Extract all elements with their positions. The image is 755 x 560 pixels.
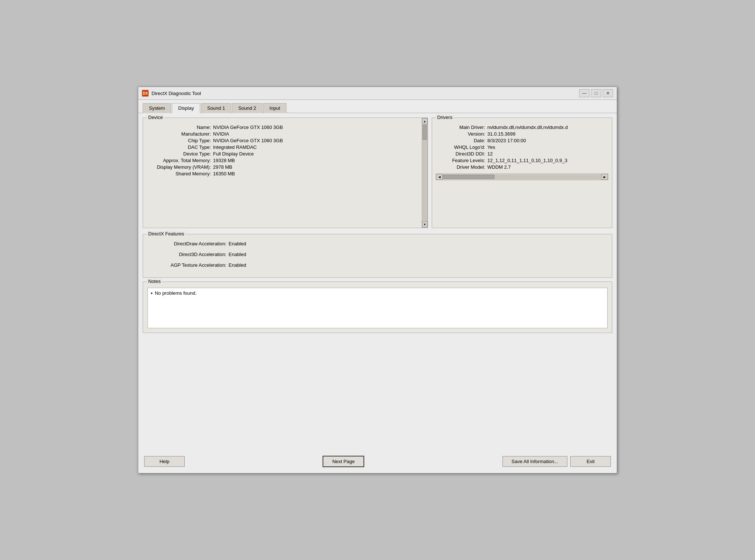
window-title: DirectX Diagnostic Tool (152, 91, 579, 96)
device-row-4: Device Type: Full Display Device (147, 151, 417, 157)
device-scroll-area: Name: NVIDIA GeForce GTX 1060 3GB Manufa… (147, 125, 424, 178)
device-group: Device Name: NVIDIA GeForce GTX 1060 3GB… (143, 118, 428, 228)
notes-text-0: No problems found. (155, 290, 196, 296)
driver-row-3: WHQL Logo'd: Yes (436, 144, 608, 150)
device-row-2: Chip Type: NVIDIA GeForce GTX 1060 3GB (147, 138, 417, 143)
feature-value-1: Enabled (229, 252, 246, 257)
app-icon-text: DX (143, 91, 148, 95)
driver-row-0: Main Driver: nvldumdx.dll,nvldumdx.dll,n… (436, 125, 608, 130)
device-row-6: Display Memory (VRAM): 2978 MB (147, 164, 417, 170)
device-value-3: Integrated RAMDAC (213, 144, 417, 150)
notes-item-0: • No problems found. (151, 290, 604, 296)
device-value-5: 19328 MB (213, 158, 417, 163)
device-row-0: Name: NVIDIA GeForce GTX 1060 3GB (147, 125, 417, 130)
driver-label-5: Feature Levels: (436, 158, 487, 163)
notes-area: • No problems found. (147, 288, 608, 328)
device-row-1: Manufacturer: NVIDIA (147, 131, 417, 137)
tab-bar: System Display Sound 1 Sound 2 Input (138, 100, 617, 113)
horiz-scrollbar[interactable]: ◀ ▶ (436, 174, 608, 180)
minimize-button[interactable]: — (579, 89, 589, 97)
driver-value-0: nvldumdx.dll,nvldumdx.dll,nvldumdx.d (487, 125, 568, 130)
bottom-bar: Help Next Page Save All Information... E… (138, 452, 617, 473)
driver-row-2: Date: 8/3/2023 17:00:00 (436, 138, 608, 143)
feature-label-1: Direct3D Acceleration: (147, 252, 229, 257)
features-content: DirectDraw Acceleration: Enabled Direct3… (147, 241, 608, 268)
device-label-1: Manufacturer: (147, 131, 213, 137)
driver-row-6: Driver Model: WDDM 2.7 (436, 164, 608, 170)
driver-value-6: WDDM 2.7 (487, 164, 511, 170)
drivers-content: Main Driver: nvldumdx.dll,nvldumdx.dll,n… (436, 125, 608, 180)
scroll-track (422, 124, 427, 221)
bottom-left: Help (144, 456, 185, 467)
device-scrollbar[interactable]: ▲ ▼ (422, 118, 428, 228)
directx-features-group: DirectX Features DirectDraw Acceleration… (143, 234, 612, 278)
device-value-6: 2978 MB (213, 164, 417, 170)
driver-label-0: Main Driver: (436, 125, 487, 130)
driver-value-4: 12 (487, 151, 493, 157)
driver-label-1: Version: (436, 131, 487, 137)
drivers-group: Drivers Main Driver: nvldumdx.dll,nvldum… (432, 118, 612, 228)
device-label-2: Chip Type: (147, 138, 213, 143)
device-content: Name: NVIDIA GeForce GTX 1060 3GB Manufa… (147, 125, 424, 178)
driver-value-1: 31.0.15.3699 (487, 131, 515, 137)
feature-value-2: Enabled (229, 262, 246, 268)
maximize-button[interactable]: □ (591, 89, 601, 97)
drivers-group-title: Drivers (436, 115, 454, 120)
device-label-6: Display Memory (VRAM): (147, 164, 213, 170)
device-label-0: Name: (147, 125, 213, 130)
next-page-button[interactable]: Next Page (323, 456, 364, 467)
feature-row-2: AGP Texture Acceleration: Enabled (147, 262, 608, 268)
feature-row-1: Direct3D Acceleration: Enabled (147, 252, 608, 257)
scroll-up-btn[interactable]: ▲ (422, 118, 427, 124)
device-row-3: DAC Type: Integrated RAMDAC (147, 144, 417, 150)
main-window: DX DirectX Diagnostic Tool — □ ✕ System … (138, 87, 617, 473)
bottom-right: Save All Information... Exit (502, 456, 611, 467)
tab-input[interactable]: Input (263, 103, 286, 113)
driver-label-2: Date: (436, 138, 487, 143)
device-group-title: Device (147, 115, 164, 120)
horiz-scroll-track (443, 175, 601, 179)
top-section: Device Name: NVIDIA GeForce GTX 1060 3GB… (143, 118, 612, 228)
device-label-3: DAC Type: (147, 144, 213, 150)
bottom-center: Next Page (323, 456, 364, 467)
notes-group: Notes • No problems found. (143, 281, 612, 333)
save-all-button[interactable]: Save All Information... (502, 456, 567, 467)
close-button[interactable]: ✕ (603, 89, 613, 97)
tab-system[interactable]: System (143, 103, 171, 113)
device-value-4: Full Display Device (213, 151, 417, 157)
app-icon: DX (142, 90, 149, 97)
scroll-right-btn[interactable]: ▶ (601, 174, 608, 180)
driver-row-1: Version: 31.0.15.3699 (436, 131, 608, 137)
driver-row-4: Direct3D DDI: 12 (436, 151, 608, 157)
driver-row-5: Feature Levels: 12_1,12_0,11_1,11_0,10_1… (436, 158, 608, 163)
scroll-thumb[interactable] (422, 125, 427, 140)
features-group-title: DirectX Features (147, 231, 186, 237)
main-content: Device Name: NVIDIA GeForce GTX 1060 3GB… (138, 113, 617, 452)
title-bar-buttons: — □ ✕ (579, 89, 613, 97)
tab-sound2[interactable]: Sound 2 (232, 103, 262, 113)
exit-button[interactable]: Exit (570, 456, 611, 467)
notes-group-title: Notes (147, 279, 162, 284)
title-bar: DX DirectX Diagnostic Tool — □ ✕ (138, 87, 617, 100)
horiz-scroll-thumb[interactable] (443, 175, 494, 179)
driver-value-5: 12_1,12_0,11_1,11_0,10_1,10_0,9_3 (487, 158, 567, 163)
scroll-down-btn[interactable]: ▼ (422, 221, 427, 227)
feature-label-0: DirectDraw Acceleration: (147, 241, 229, 246)
device-row-7: Shared Memory: 16350 MB (147, 171, 417, 176)
device-value-0: NVIDIA GeForce GTX 1060 3GB (213, 125, 417, 130)
device-row-5: Approx. Total Memory: 19328 MB (147, 158, 417, 163)
device-label-4: Device Type: (147, 151, 213, 157)
device-label-5: Approx. Total Memory: (147, 158, 213, 163)
driver-value-2: 8/3/2023 17:00:00 (487, 138, 526, 143)
device-value-1: NVIDIA (213, 131, 417, 137)
feature-row-0: DirectDraw Acceleration: Enabled (147, 241, 608, 246)
tab-sound1[interactable]: Sound 1 (201, 103, 231, 113)
help-button[interactable]: Help (144, 456, 185, 467)
tab-display[interactable]: Display (172, 103, 200, 113)
device-value-2: NVIDIA GeForce GTX 1060 3GB (213, 138, 417, 143)
device-value-7: 16350 MB (213, 171, 417, 176)
scroll-left-btn[interactable]: ◀ (436, 174, 443, 180)
driver-label-4: Direct3D DDI: (436, 151, 487, 157)
notes-bullet: • (151, 290, 153, 296)
device-label-7: Shared Memory: (147, 171, 213, 176)
